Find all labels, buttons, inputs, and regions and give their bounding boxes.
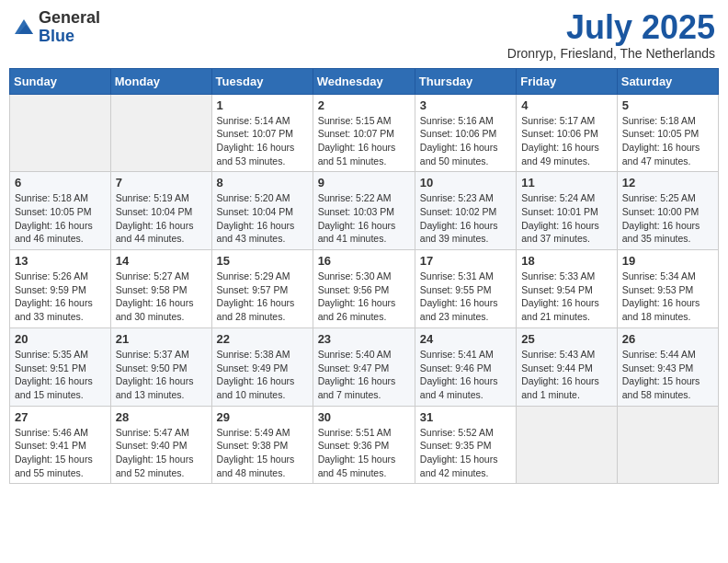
day-number: 27 <box>15 410 106 424</box>
day-number: 5 <box>622 98 713 112</box>
calendar-cell: 15Sunrise: 5:29 AMSunset: 9:57 PMDayligh… <box>211 250 313 328</box>
cell-content: Sunrise: 5:51 AMSunset: 9:36 PMDaylight:… <box>318 426 410 480</box>
cell-content: Sunrise: 5:20 AMSunset: 10:04 PMDaylight… <box>217 191 308 246</box>
day-number: 30 <box>318 410 410 424</box>
calendar-cell: 28Sunrise: 5:47 AMSunset: 9:40 PMDayligh… <box>110 406 211 484</box>
cell-content: Sunrise: 5:31 AMSunset: 9:55 PMDaylight:… <box>420 270 511 324</box>
cell-content: Sunrise: 5:52 AMSunset: 9:35 PMDaylight:… <box>420 426 511 480</box>
cell-content: Sunrise: 5:38 AMSunset: 9:49 PMDaylight:… <box>217 348 308 402</box>
calendar-cell: 17Sunrise: 5:31 AMSunset: 9:55 PMDayligh… <box>415 250 516 328</box>
calendar-cell <box>110 94 211 172</box>
day-number: 29 <box>217 410 308 424</box>
calendar-cell <box>617 406 718 484</box>
cell-content: Sunrise: 5:15 AMSunset: 10:07 PMDaylight… <box>318 114 410 168</box>
calendar-cell: 20Sunrise: 5:35 AMSunset: 9:51 PMDayligh… <box>10 327 111 406</box>
calendar-cell: 2Sunrise: 5:15 AMSunset: 10:07 PMDayligh… <box>313 94 415 172</box>
day-number: 3 <box>420 98 511 112</box>
calendar-table: SundayMondayTuesdayWednesdayThursdayFrid… <box>9 68 719 485</box>
column-header-saturday: Saturday <box>617 68 718 94</box>
cell-content: Sunrise: 5:27 AMSunset: 9:58 PMDaylight:… <box>116 270 207 324</box>
calendar-cell: 13Sunrise: 5:26 AMSunset: 9:59 PMDayligh… <box>10 250 111 328</box>
calendar-cell: 18Sunrise: 5:33 AMSunset: 9:54 PMDayligh… <box>517 250 618 328</box>
cell-content: Sunrise: 5:41 AMSunset: 9:46 PMDaylight:… <box>420 348 511 402</box>
cell-content: Sunrise: 5:49 AMSunset: 9:38 PMDaylight:… <box>217 426 308 480</box>
calendar-cell: 10Sunrise: 5:23 AMSunset: 10:02 PMDaylig… <box>415 172 516 250</box>
day-number: 1 <box>217 98 308 112</box>
calendar-cell: 12Sunrise: 5:25 AMSunset: 10:00 PMDaylig… <box>617 172 718 250</box>
column-header-monday: Monday <box>110 68 211 94</box>
column-header-sunday: Sunday <box>10 68 111 94</box>
calendar-cell: 31Sunrise: 5:52 AMSunset: 9:35 PMDayligh… <box>415 406 516 484</box>
cell-content: Sunrise: 5:43 AMSunset: 9:44 PMDaylight:… <box>521 348 612 402</box>
day-number: 11 <box>521 176 612 190</box>
day-number: 16 <box>318 254 410 268</box>
day-number: 7 <box>116 176 207 190</box>
cell-content: Sunrise: 5:17 AMSunset: 10:06 PMDaylight… <box>521 114 612 168</box>
calendar-cell: 23Sunrise: 5:40 AMSunset: 9:47 PMDayligh… <box>313 327 415 406</box>
calendar-cell: 19Sunrise: 5:34 AMSunset: 9:53 PMDayligh… <box>617 250 718 328</box>
cell-content: Sunrise: 5:22 AMSunset: 10:03 PMDaylight… <box>318 191 410 246</box>
calendar-cell: 8Sunrise: 5:20 AMSunset: 10:04 PMDayligh… <box>211 172 313 250</box>
calendar-cell: 14Sunrise: 5:27 AMSunset: 9:58 PMDayligh… <box>110 250 211 328</box>
column-header-thursday: Thursday <box>415 68 516 94</box>
calendar-cell: 30Sunrise: 5:51 AMSunset: 9:36 PMDayligh… <box>313 406 415 484</box>
calendar-cell: 3Sunrise: 5:16 AMSunset: 10:06 PMDayligh… <box>415 94 516 172</box>
calendar-header-row: SundayMondayTuesdayWednesdayThursdayFrid… <box>10 68 719 94</box>
cell-content: Sunrise: 5:18 AMSunset: 10:05 PMDaylight… <box>15 191 106 246</box>
cell-content: Sunrise: 5:24 AMSunset: 10:01 PMDaylight… <box>521 191 612 246</box>
title-area: July 2025 Dronryp, Friesland, The Nether… <box>507 9 715 61</box>
day-number: 19 <box>622 254 713 268</box>
day-number: 21 <box>116 332 207 346</box>
calendar-cell: 5Sunrise: 5:18 AMSunset: 10:05 PMDayligh… <box>617 94 718 172</box>
week-row-1: 1Sunrise: 5:14 AMSunset: 10:07 PMDayligh… <box>10 94 719 172</box>
calendar-cell: 26Sunrise: 5:44 AMSunset: 9:43 PMDayligh… <box>617 327 718 406</box>
calendar-cell: 29Sunrise: 5:49 AMSunset: 9:38 PMDayligh… <box>211 406 313 484</box>
day-number: 23 <box>318 332 410 346</box>
calendar-cell: 1Sunrise: 5:14 AMSunset: 10:07 PMDayligh… <box>211 94 313 172</box>
cell-content: Sunrise: 5:19 AMSunset: 10:04 PMDaylight… <box>116 191 207 246</box>
day-number: 6 <box>15 176 106 190</box>
calendar-cell: 7Sunrise: 5:19 AMSunset: 10:04 PMDayligh… <box>110 172 211 250</box>
day-number: 4 <box>521 98 612 112</box>
column-header-wednesday: Wednesday <box>313 68 415 94</box>
calendar-cell: 9Sunrise: 5:22 AMSunset: 10:03 PMDayligh… <box>313 172 415 250</box>
day-number: 26 <box>622 332 713 346</box>
day-number: 14 <box>116 254 207 268</box>
day-number: 18 <box>521 254 612 268</box>
day-number: 22 <box>217 332 308 346</box>
day-number: 17 <box>420 254 511 268</box>
page-header: General Blue July 2025 Dronryp, Frieslan… <box>9 9 719 61</box>
cell-content: Sunrise: 5:34 AMSunset: 9:53 PMDaylight:… <box>622 270 713 324</box>
calendar-cell: 25Sunrise: 5:43 AMSunset: 9:44 PMDayligh… <box>517 327 618 406</box>
day-number: 9 <box>318 176 410 190</box>
calendar-cell: 11Sunrise: 5:24 AMSunset: 10:01 PMDaylig… <box>517 172 618 250</box>
logo-general: General <box>39 9 100 28</box>
cell-content: Sunrise: 5:14 AMSunset: 10:07 PMDaylight… <box>217 114 308 168</box>
day-number: 12 <box>622 176 713 190</box>
week-row-2: 6Sunrise: 5:18 AMSunset: 10:05 PMDayligh… <box>10 172 719 250</box>
calendar-cell: 6Sunrise: 5:18 AMSunset: 10:05 PMDayligh… <box>10 172 111 250</box>
cell-content: Sunrise: 5:47 AMSunset: 9:40 PMDaylight:… <box>116 426 207 480</box>
cell-content: Sunrise: 5:30 AMSunset: 9:56 PMDaylight:… <box>318 270 410 324</box>
cell-content: Sunrise: 5:33 AMSunset: 9:54 PMDaylight:… <box>521 270 612 324</box>
calendar-cell: 22Sunrise: 5:38 AMSunset: 9:49 PMDayligh… <box>211 327 313 406</box>
column-header-tuesday: Tuesday <box>211 68 313 94</box>
day-number: 2 <box>318 98 410 112</box>
cell-content: Sunrise: 5:18 AMSunset: 10:05 PMDaylight… <box>622 114 713 168</box>
calendar-cell <box>517 406 618 484</box>
day-number: 24 <box>420 332 511 346</box>
week-row-3: 13Sunrise: 5:26 AMSunset: 9:59 PMDayligh… <box>10 250 719 328</box>
day-number: 10 <box>420 176 511 190</box>
cell-content: Sunrise: 5:16 AMSunset: 10:06 PMDaylight… <box>420 114 511 168</box>
column-header-friday: Friday <box>517 68 618 94</box>
calendar-cell: 4Sunrise: 5:17 AMSunset: 10:06 PMDayligh… <box>517 94 618 172</box>
cell-content: Sunrise: 5:37 AMSunset: 9:50 PMDaylight:… <box>116 348 207 402</box>
cell-content: Sunrise: 5:40 AMSunset: 9:47 PMDaylight:… <box>318 348 410 402</box>
week-row-5: 27Sunrise: 5:46 AMSunset: 9:41 PMDayligh… <box>10 406 719 484</box>
cell-content: Sunrise: 5:29 AMSunset: 9:57 PMDaylight:… <box>217 270 308 324</box>
calendar-cell <box>10 94 111 172</box>
day-number: 13 <box>15 254 106 268</box>
day-number: 20 <box>15 332 106 346</box>
logo: General Blue <box>13 9 100 46</box>
cell-content: Sunrise: 5:25 AMSunset: 10:00 PMDaylight… <box>622 191 713 246</box>
